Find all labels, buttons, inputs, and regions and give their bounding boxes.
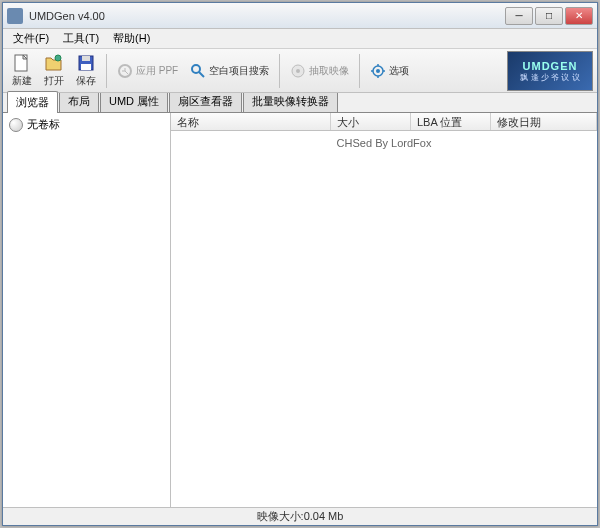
tab-batch-converter[interactable]: 批量映像转换器 [243, 90, 338, 112]
svg-point-9 [296, 69, 300, 73]
ppf-icon [117, 63, 133, 79]
tab-sector-viewer[interactable]: 扇区查看器 [169, 90, 242, 112]
list-body: CHSed By LordFox [171, 131, 597, 507]
extract-image-label: 抽取映像 [309, 64, 349, 78]
statusbar: 映像大小:0.04 Mb [3, 507, 597, 525]
close-button[interactable]: ✕ [565, 7, 593, 25]
maximize-button[interactable]: □ [535, 7, 563, 25]
app-window: UMDGen v4.00 ─ □ ✕ 文件(F) 工具(T) 帮助(H) 新建 … [2, 2, 598, 526]
menubar: 文件(F) 工具(T) 帮助(H) [3, 29, 597, 49]
logo-title: UMDGEN [523, 60, 578, 72]
column-name[interactable]: 名称 [171, 113, 331, 130]
svg-point-1 [55, 55, 61, 61]
menu-help[interactable]: 帮助(H) [107, 29, 156, 48]
blank-search-button[interactable]: 空白项目搜索 [185, 60, 274, 82]
search-icon [190, 63, 206, 79]
list-header: 名称 大小 LBA 位置 修改日期 [171, 113, 597, 131]
save-disk-icon [76, 53, 96, 73]
window-controls: ─ □ ✕ [505, 7, 593, 25]
apply-ppf-label: 应用 PPF [136, 64, 178, 78]
titlebar: UMDGen v4.00 ─ □ ✕ [3, 3, 597, 29]
svg-point-6 [192, 65, 200, 73]
tree-pane: 无卷标 [3, 113, 171, 507]
tab-browser[interactable]: 浏览器 [7, 91, 58, 113]
extract-icon [290, 63, 306, 79]
logo-subtitle: 飘 逢 少 爷 议 议 [520, 72, 579, 83]
extract-image-button[interactable]: 抽取映像 [285, 60, 354, 82]
toolbar-separator [106, 54, 107, 88]
toolbar-separator [359, 54, 360, 88]
toolbar: 新建 打开 保存 应用 PPF 空白项目搜索 [3, 49, 597, 93]
minimize-button[interactable]: ─ [505, 7, 533, 25]
tab-layout[interactable]: 布局 [59, 90, 99, 112]
gear-icon [370, 63, 386, 79]
column-lba[interactable]: LBA 位置 [411, 113, 491, 130]
column-size[interactable]: 大小 [331, 113, 411, 130]
window-title: UMDGen v4.00 [29, 10, 505, 22]
content-area: 无卷标 名称 大小 LBA 位置 修改日期 CHSed By LordFox [3, 113, 597, 507]
open-button[interactable]: 打开 [39, 50, 69, 91]
blank-search-label: 空白项目搜索 [209, 64, 269, 78]
menu-file[interactable]: 文件(F) [7, 29, 55, 48]
save-button[interactable]: 保存 [71, 50, 101, 91]
svg-line-7 [199, 72, 204, 77]
open-label: 打开 [44, 74, 64, 88]
svg-rect-3 [82, 56, 90, 61]
tab-umd-props[interactable]: UMD 属性 [100, 90, 168, 112]
watermark-text: CHSed By LordFox [337, 137, 432, 149]
new-file-icon [12, 53, 32, 73]
tree-root-item[interactable]: 无卷标 [5, 115, 168, 134]
apply-ppf-button[interactable]: 应用 PPF [112, 60, 183, 82]
svg-rect-4 [81, 64, 91, 70]
app-icon [7, 8, 23, 24]
column-date[interactable]: 修改日期 [491, 113, 597, 130]
tabstrip: 浏览器 布局 UMD 属性 扇区查看器 批量映像转换器 [3, 93, 597, 113]
options-label: 选项 [389, 64, 409, 78]
status-image-size: 映像大小:0.04 Mb [257, 509, 344, 524]
svg-point-11 [376, 69, 380, 73]
logo-box: UMDGEN 飘 逢 少 爷 议 议 [507, 51, 593, 91]
toolbar-separator [279, 54, 280, 88]
new-label: 新建 [12, 74, 32, 88]
new-button[interactable]: 新建 [7, 50, 37, 91]
menu-tools[interactable]: 工具(T) [57, 29, 105, 48]
disc-icon [9, 118, 23, 132]
save-label: 保存 [76, 74, 96, 88]
open-folder-icon [44, 53, 64, 73]
tree-root-label: 无卷标 [27, 117, 60, 132]
list-pane: 名称 大小 LBA 位置 修改日期 CHSed By LordFox [171, 113, 597, 507]
options-button[interactable]: 选项 [365, 60, 414, 82]
